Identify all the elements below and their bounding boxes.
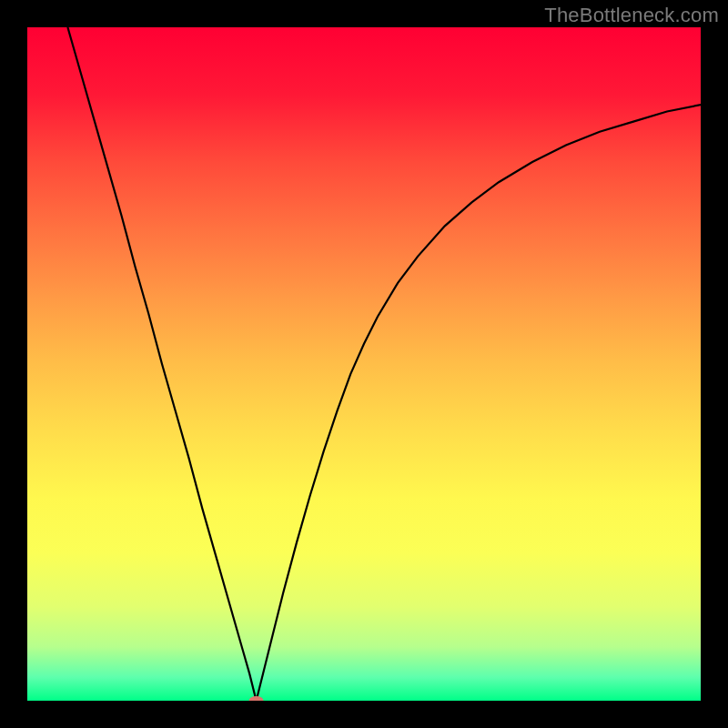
bottleneck-chart — [27, 27, 701, 701]
chart-frame: TheBottleneck.com — [0, 0, 728, 728]
plot-area — [27, 27, 701, 701]
watermark-text: TheBottleneck.com — [544, 4, 719, 27]
gradient-background — [27, 27, 701, 701]
